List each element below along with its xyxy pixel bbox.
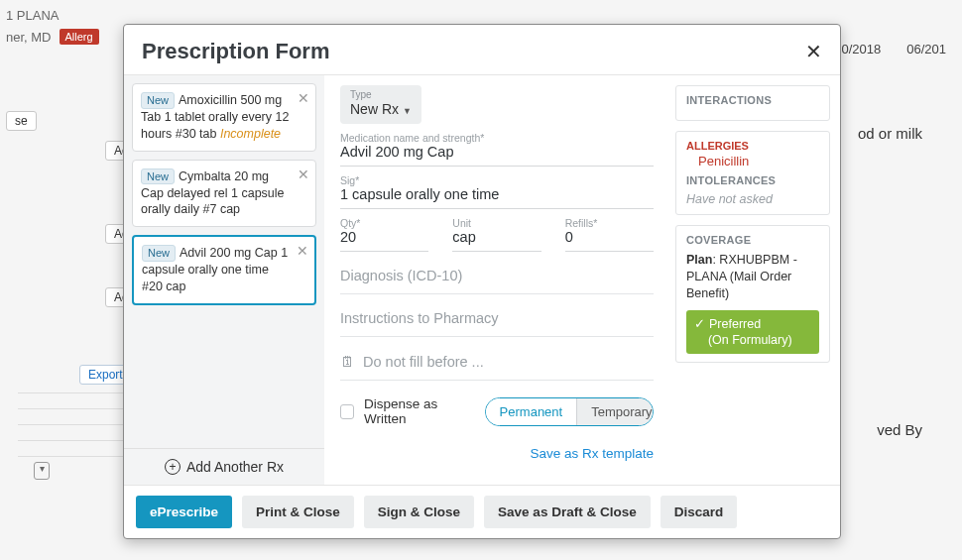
duration-segmented: Permanent Temporary [485, 397, 654, 426]
prescription-form-modal: Prescription Form ✕ ✕ NewAmoxicillin 500… [123, 24, 841, 539]
rx-card[interactable]: ✕ NewAdvil 200 mg Cap 1 capsule orally o… [132, 235, 316, 305]
preferred-line1: Preferred [709, 317, 761, 331]
permanent-option[interactable]: Permanent [486, 398, 577, 425]
sig-field[interactable]: Sig* 1 capsule orally one time [340, 172, 654, 209]
bg-text-fragment: od or milk [858, 125, 922, 142]
eprescribe-button[interactable]: ePrescribe [136, 496, 232, 528]
modal-title: Prescription Form [142, 39, 329, 64]
add-another-rx-button[interactable]: + Add Another Rx [124, 448, 324, 485]
qty-label: Qty* [340, 217, 428, 229]
rx-card[interactable]: ✕ NewAmoxicillin 500 mg Tab 1 tablet ora… [132, 83, 316, 152]
refills-label: Refills* [565, 217, 654, 229]
save-as-template-link[interactable]: Save as Rx template [530, 446, 654, 461]
side-panels: INTERACTIONS ALLERGIES Penicillin INTOLE… [669, 75, 840, 485]
allergies-panel: ALLERGIES Penicillin INTOLERANCES Have n… [675, 131, 830, 215]
coverage-heading: COVERAGE [686, 234, 819, 246]
new-badge: New [141, 92, 175, 109]
dnf-placeholder: Do not fill before ... [363, 354, 484, 370]
close-icon[interactable]: ✕ [805, 40, 822, 63]
unit-label: Unit [452, 217, 541, 229]
do-not-fill-before-input[interactable]: 🗓 Do not fill before ... [340, 343, 654, 381]
intolerances-heading: INTOLERANCES [686, 174, 819, 186]
plus-circle-icon: + [165, 459, 180, 475]
chevron-down-icon: ▼ [403, 106, 412, 116]
rx-status: Incomplete [220, 127, 281, 141]
rx-card[interactable]: ✕ NewCymbalta 20 mg Cap delayed rel 1 ca… [132, 160, 316, 228]
qty-value: 20 [340, 229, 428, 247]
remove-rx-icon[interactable]: ✕ [298, 90, 309, 106]
remove-rx-icon[interactable]: ✕ [298, 167, 309, 182]
preferred-line2: (On Formulary) [708, 333, 792, 347]
intolerances-value: Have not asked [686, 192, 819, 206]
medication-label: Medication name and strength* [340, 132, 654, 144]
new-badge: New [141, 168, 175, 185]
modal-footer: ePrescribe Print & Close Sign & Close Sa… [124, 485, 840, 538]
rx-form: Type New Rx▼ Medication name and strengt… [324, 75, 669, 485]
bg-approved-fragment: ved By [877, 421, 922, 438]
formulary-status-badge: ✓Preferred (On Formulary) [686, 310, 819, 355]
type-label: Type [350, 89, 412, 100]
discard-button[interactable]: Discard [661, 496, 738, 528]
add-another-label: Add Another Rx [186, 459, 284, 475]
daw-checkbox[interactable] [340, 404, 354, 419]
temporary-option[interactable]: Temporary [576, 398, 654, 425]
calendar-icon: 🗓 [340, 353, 355, 370]
unit-value: cap [452, 229, 541, 247]
interactions-panel: INTERACTIONS [675, 85, 830, 121]
plan-label: Plan [686, 253, 712, 267]
refills-field[interactable]: Refills* 0 [565, 215, 654, 252]
rx-list-panel: ✕ NewAmoxicillin 500 mg Tab 1 tablet ora… [124, 75, 324, 485]
bg-select-stub[interactable]: ▾ [34, 462, 50, 480]
new-badge: New [142, 245, 176, 262]
provider-fragment: ner, MD [6, 30, 52, 45]
interactions-heading: INTERACTIONS [686, 94, 819, 106]
date-2: 06/201 [906, 42, 946, 56]
diagnosis-input[interactable]: Diagnosis (ICD-10) [340, 258, 654, 294]
bg-button-se[interactable]: se [6, 111, 37, 131]
unit-field[interactable]: Unit cap [452, 215, 541, 252]
patient-name-fragment: 1 PLANA [6, 8, 99, 23]
type-value: New Rx [350, 101, 399, 117]
refills-value: 0 [565, 229, 654, 247]
medication-field[interactable]: Medication name and strength* Advil 200 … [340, 130, 654, 167]
pharmacy-instructions-input[interactable]: Instructions to Pharmacy [340, 300, 654, 337]
allergies-heading: ALLERGIES [686, 140, 819, 152]
print-close-button[interactable]: Print & Close [242, 496, 354, 528]
allergy-alert-badge: Allerg [60, 29, 99, 45]
date-1: 10/2018 [834, 42, 881, 56]
daw-label: Dispense as Written [364, 396, 475, 426]
sig-value: 1 capsule orally one time [340, 186, 654, 204]
allergies-value: Penicillin [686, 152, 819, 174]
sig-label: Sig* [340, 174, 654, 186]
save-draft-close-button[interactable]: Save as Draft & Close [484, 496, 651, 528]
remove-rx-icon[interactable]: ✕ [297, 243, 308, 259]
medication-value: Advil 200 mg Cap [340, 144, 654, 162]
coverage-panel: COVERAGE Plan: RXHUBPBM - PLANA (Mail Or… [675, 225, 830, 363]
sign-close-button[interactable]: Sign & Close [364, 496, 474, 528]
rx-type-select[interactable]: Type New Rx▼ [340, 85, 421, 124]
qty-field[interactable]: Qty* 20 [340, 215, 428, 252]
check-icon: ✓ [694, 317, 705, 331]
